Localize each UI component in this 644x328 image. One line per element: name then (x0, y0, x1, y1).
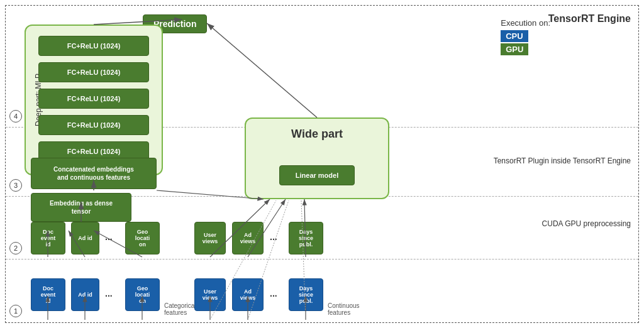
z1-doc-event: Doceventid (31, 278, 65, 311)
badge-2: 2 (9, 242, 22, 254)
svg-line-3 (207, 23, 317, 118)
fc-layer-3: FC+ReLU (1024) (38, 89, 149, 109)
z1-ad-views: Adviews (232, 278, 264, 311)
gpu-label: GPU (501, 43, 528, 55)
wide-part-label: Wide part (246, 128, 388, 141)
badge-3: 3 (9, 179, 22, 192)
z1-geo: Geolocation (125, 278, 160, 311)
wide-container: Wide part Linear model (245, 118, 389, 199)
z2-ad-views: Adviews (232, 222, 264, 254)
z2-dots-2: ... (270, 232, 277, 242)
mlp-container: Deep part: MLP FC+ReLU (1024) FC+ReLU (1… (25, 25, 163, 175)
z1-dots-2: ... (270, 288, 277, 298)
categorical-label: Categorical features (164, 302, 196, 316)
badge-1: 1 (9, 305, 22, 317)
cpu-label: CPU (501, 30, 528, 42)
z1-ad-id: Ad id (71, 278, 99, 311)
main-diagram: TensorRT Engine 1 2 3 4 TensorRT Plugin … (5, 5, 639, 323)
embedding-box: Embedding as densetensor (31, 193, 131, 222)
z2-ad-id: Ad id (71, 222, 99, 254)
fc-layer-4: FC+ReLU (1024) (38, 115, 149, 135)
z1-user-views: Userviews (194, 278, 226, 311)
cuda-label: CUDA GPU preprocessing (542, 219, 631, 228)
z2-user-views: Userviews (194, 222, 226, 254)
z1-dots-1: ... (105, 288, 113, 298)
linear-model-box: Linear model (279, 165, 355, 185)
z2-geo: Geolocation (125, 222, 160, 254)
z1-days: Dayssincepubl. (289, 278, 323, 311)
z2-dots-1: ... (105, 232, 113, 242)
execution-label: Execution on: (501, 18, 550, 28)
z2-doc-event: Doceventid (31, 222, 65, 254)
badge-4: 4 (9, 110, 22, 123)
engine-title: TensorRT Engine (548, 13, 631, 25)
z2-days: Dayssincepubl. (289, 222, 323, 254)
tensorrt-plugin-label: TensorRT Plugin inside TensorRT Engine (494, 156, 631, 165)
continuous-label: Continuous features (328, 302, 360, 316)
fc-layer-1: FC+ReLU (1024) (38, 36, 149, 56)
fc-layer-2: FC+ReLU (1024) (38, 62, 149, 82)
concatenated-box: Concatenated embeddingsand continuous fe… (31, 158, 157, 189)
execution-section: Execution on: CPU GPU (501, 18, 550, 55)
